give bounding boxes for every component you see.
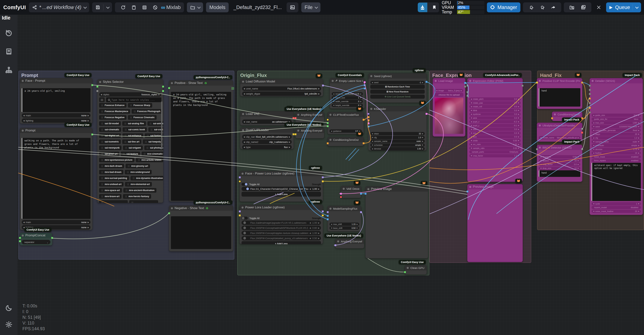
arrow-right-icon[interactable]: ▶ [518, 98, 519, 100]
input-port[interactable] [466, 91, 468, 93]
button-choose-file-to-upload[interactable]: choose file to upload [435, 93, 463, 97]
lora-row[interactable]: Flux.1\NSFW-Concept\nipples texture clos… [242, 231, 321, 235]
widget-control_after_generate[interactable]: ◀control_after_generatefixed▶ [592, 129, 641, 132]
grid-snap-button[interactable] [140, 3, 149, 12]
node-header[interactable]: Empty Latent Size Picker [330, 78, 365, 83]
node-header[interactable]: Preview Image [468, 184, 522, 189]
node-collapse-dot[interactable] [242, 206, 244, 209]
history-button[interactable] [0, 26, 18, 39]
arrow-right-icon[interactable]: ▶ [318, 93, 320, 95]
node-header[interactable]: BBOX Detector (SEGS) [537, 145, 582, 150]
input-port[interactable] [589, 111, 591, 113]
input-port[interactable] [368, 113, 370, 115]
widget-feather[interactable]: ◀feather16▶ [592, 151, 641, 155]
library-button[interactable] [0, 45, 18, 58]
file-menu-button[interactable]: File [301, 3, 320, 12]
chip-checkbox[interactable] [101, 183, 104, 186]
chip-checkbox[interactable] [123, 153, 125, 155]
node-header[interactable]: ConditioningZeroOut [328, 137, 364, 142]
arrow-right-icon[interactable]: ▶ [518, 136, 519, 138]
arrow-right-icon[interactable]: ▶ [518, 155, 519, 156]
arrow-right-icon[interactable]: ▶ [638, 203, 640, 204]
arrow-right-icon[interactable]: ▶ [518, 125, 519, 126]
button--add-lora[interactable]: + Add Lora [242, 192, 321, 197]
style-chip-sai-isometric[interactable]: sai-isometric [99, 140, 121, 144]
output-port[interactable] [364, 84, 366, 86]
lora-toggle[interactable] [243, 226, 249, 229]
arrow-left-icon[interactable]: ◀ [593, 115, 594, 116]
arrow-right-icon[interactable]: ▶ [289, 141, 290, 143]
input-port[interactable] [239, 210, 241, 212]
chip-checkbox[interactable] [101, 165, 104, 167]
output-port[interactable] [464, 86, 466, 88]
style-chip-sai-analog-film[interactable]: sai-analog film [122, 121, 146, 126]
chip-checkbox[interactable] [101, 153, 104, 155]
node-collapse-dot[interactable] [22, 130, 24, 132]
widget-styles[interactable]: ◀stylesfooocus_styles▶ [99, 92, 161, 97]
arrow-left-icon[interactable]: ◀ [593, 210, 594, 212]
disable-button[interactable] [150, 3, 160, 12]
node-positive-clip-text-encode[interactable]: Positive CLIP Text Encode (Prompt)hand [537, 78, 582, 109]
widget-type[interactable]: ◀typeflux▶ [242, 145, 292, 149]
node-collapse-dot[interactable] [330, 114, 332, 116]
arrow-right-icon[interactable]: ▶ [638, 210, 640, 212]
arrow-right-icon[interactable]: ▶ [578, 156, 579, 158]
widget-sample_ratio[interactable]: ◀sample_ratio0.00▶ [469, 147, 521, 150]
widget-sampler_name[interactable]: ◀sampler_nameeuler▶ [370, 140, 425, 143]
widget-threshold[interactable]: ◀threshold0.50▶ [539, 155, 580, 158]
arrow-left-icon[interactable]: ◀ [310, 222, 311, 224]
arrow-right-icon[interactable]: ▶ [518, 121, 519, 123]
node-header[interactable]: DualCLIPLoader [240, 128, 294, 133]
input-port[interactable] [368, 119, 370, 121]
input-port[interactable] [589, 102, 591, 104]
widget-dilation[interactable]: ◀dilation16▶ [539, 159, 580, 162]
text-widget[interactable]: hand [539, 170, 580, 177]
output-port[interactable] [322, 180, 324, 182]
widget-model_name[interactable]: ◀model_namebbox/hand_yolov8s.pt▶ [539, 136, 580, 139]
widget-clip_name1[interactable]: ◀clip_name1t5xxl_fp8_e4m3fn.safetensors▶ [242, 135, 292, 139]
arrow-left-icon[interactable]: ◀ [471, 132, 472, 134]
output-port[interactable] [322, 85, 324, 87]
workflows-button[interactable] [0, 63, 18, 77]
arrow-left-icon[interactable]: ◀ [540, 164, 541, 165]
input-port[interactable] [294, 133, 296, 135]
node-header[interactable]: Preview Image [366, 186, 428, 192]
arrow-left-icon[interactable]: ◀ [540, 167, 541, 169]
widget-scheduler[interactable]: ◀schedulersimple▶ [592, 144, 641, 147]
arrow-right-icon[interactable]: ▶ [422, 144, 423, 146]
arrow-left-icon[interactable]: ◀ [593, 203, 594, 204]
arrow-left-icon[interactable]: ◀ [471, 110, 472, 111]
node-header[interactable]: Expression Editor (PHM) [468, 78, 522, 83]
widget-seed[interactable]: ◀seed-1▶ [370, 81, 425, 84]
style-chip-mre-brave-art[interactable]: mre-brave-art [99, 194, 122, 199]
node-positive-show-text[interactable]: pythongosssss/ComfyUI-C..Positive - Show… [169, 80, 233, 202]
arrow-right-icon[interactable]: ▶ [360, 101, 362, 102]
style-chip-mre-dark-dream[interactable]: mre-dark-dream [99, 164, 124, 168]
node-ksampler[interactable]: KSampler◀steps32▶◀cfg1.0▶◀sampler_nameeu… [368, 106, 427, 151]
chip-checkbox[interactable] [134, 110, 136, 113]
widget-image[interactable]: ◀imagebaicu_5.jpeg▶ [435, 89, 463, 92]
chip-checkbox[interactable] [124, 129, 127, 131]
widget-base_shift[interactable]: ◀base_shift0.50▶ [330, 226, 359, 230]
output-port[interactable] [426, 81, 428, 83]
theme-moon-button[interactable] [0, 301, 18, 315]
node-collapse-dot[interactable] [242, 113, 244, 115]
node-collapse-dot[interactable] [343, 188, 345, 190]
node-ultralytics-detector-provider[interactable]: Impact PackUltralyticsDetectorProvider◀m… [537, 123, 582, 142]
widget-height_override[interactable]: ◀height_override0▶ [332, 104, 363, 107]
input-port[interactable] [589, 98, 591, 100]
arrow-left-icon[interactable]: ◀ [593, 130, 594, 131]
arrow-left-icon[interactable]: ◀ [471, 125, 472, 126]
chip-checkbox[interactable] [101, 189, 104, 192]
mixlab-button[interactable]: Mixlab [166, 5, 181, 10]
input-port[interactable] [368, 122, 370, 124]
arrow-right-icon[interactable]: ▶ [360, 104, 362, 106]
chip-checkbox[interactable] [138, 159, 140, 161]
widget-sampler_name[interactable]: ◀sampler_nameeuler▶ [592, 140, 641, 143]
node-collapse-dot[interactable] [407, 267, 409, 269]
style-chip-mre-cinematic-dynamic[interactable]: mre-cinematic-dynamic [142, 152, 163, 156]
chip-checkbox[interactable] [101, 104, 104, 107]
node-conditioning-zero-out[interactable]: ConditioningZeroOut [328, 137, 364, 146]
output-port[interactable] [362, 119, 364, 121]
arrow-left-icon[interactable]: ◀ [100, 94, 102, 96]
